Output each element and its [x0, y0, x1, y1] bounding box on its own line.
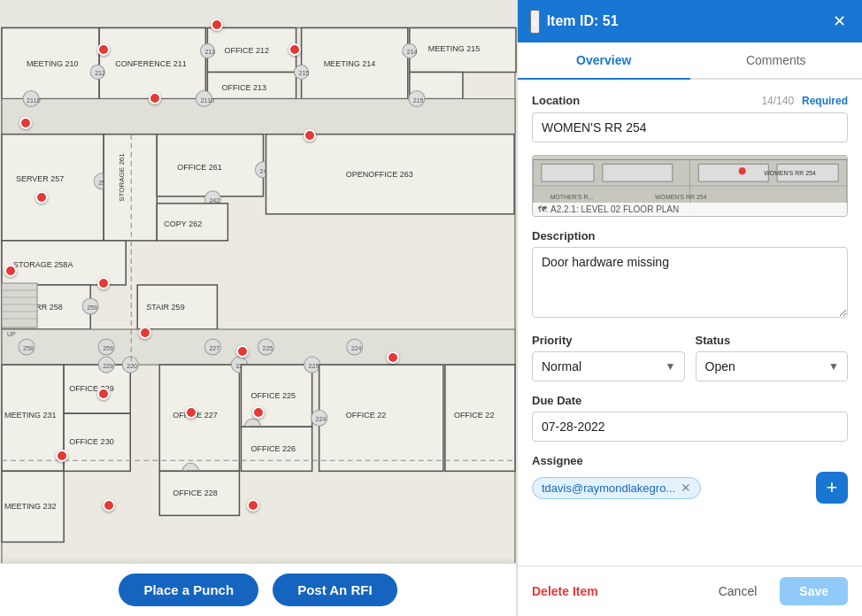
svg-text:2110: 2110 [27, 97, 41, 104]
svg-text:OFFICE 225: OFFICE 225 [250, 391, 296, 400]
punch-dot[interactable] [4, 265, 17, 277]
svg-text:OFFICE 226: OFFICE 226 [250, 444, 296, 453]
due-date-field: Due Date [532, 394, 848, 442]
punch-dot[interactable] [97, 277, 110, 289]
thumbnail-text: A2.2.1: LEVEL 02 FLOOR PLAN [550, 204, 679, 214]
svg-text:215: 215 [413, 97, 424, 104]
svg-text:212: 212 [95, 70, 105, 76]
floor-plan-svg: MEETING 210 CONFERENCE 211 OFFICE 212 OF… [0, 0, 517, 616]
priority-status-row: Priority Normal High Low Critical ▼ Stat… [532, 334, 848, 381]
location-required: Required [802, 95, 848, 107]
punch-dot[interactable] [97, 43, 110, 56]
punch-dot[interactable] [252, 406, 265, 419]
bottom-bar: Place a Punch Post An RFI [0, 563, 516, 616]
svg-text:258: 258 [23, 345, 34, 351]
assignee-row: tdavis@raymondlakegro... ✕ + [532, 472, 848, 504]
floor-plan-area: MEETING 210 CONFERENCE 211 OFFICE 212 OF… [0, 0, 517, 616]
location-field: Location 14/140 Required [532, 92, 848, 142]
floorplan-thumbnail[interactable]: WOMEN'S RR 254 MOTHER'S R... WOMEN'S RR … [532, 155, 848, 217]
svg-text:220: 220 [127, 363, 137, 369]
svg-text:242: 242 [209, 197, 219, 204]
punch-dot[interactable] [149, 92, 161, 104]
svg-text:MEETING 214: MEETING 214 [324, 59, 376, 68]
punch-dot[interactable] [103, 499, 115, 512]
back-button[interactable]: ‹ [530, 10, 540, 34]
punch-dot[interactable] [387, 351, 399, 364]
place-punch-button[interactable]: Place a Punch [119, 574, 258, 606]
footer-actions: Cancel Save [704, 577, 848, 605]
assignee-add-button[interactable]: + [816, 472, 848, 504]
panel-header: ‹ Item ID: 51 ✕ [518, 0, 862, 42]
svg-text:225: 225 [263, 345, 273, 351]
svg-text:WOMEN'S RR 254: WOMEN'S RR 254 [764, 170, 816, 176]
svg-text:214: 214 [407, 49, 418, 55]
svg-text:STAIR 259: STAIR 259 [146, 303, 184, 312]
svg-text:215: 215 [299, 70, 310, 76]
delete-button[interactable]: Delete Item [532, 584, 598, 598]
svg-text:OFFICE 261: OFFICE 261 [177, 163, 222, 172]
priority-label: Priority [532, 334, 573, 347]
close-button[interactable]: ✕ [829, 8, 850, 35]
svg-text:213: 213 [204, 49, 215, 55]
svg-text:UP: UP [7, 331, 16, 337]
svg-text:COPY 262: COPY 262 [164, 219, 202, 228]
svg-text:MOTHER'S R...: MOTHER'S R... [550, 194, 593, 200]
svg-text:OFFICE 230: OFFICE 230 [69, 437, 114, 446]
svg-text:2110: 2110 [200, 97, 214, 104]
svg-point-119 [739, 167, 746, 174]
description-input[interactable]: Door hardware missing [532, 247, 848, 318]
tab-comments[interactable]: Comments [690, 42, 863, 80]
punch-dot[interactable] [139, 327, 151, 339]
assignee-chip: tdavis@raymondlakegro... ✕ [532, 477, 701, 499]
status-label: Status [696, 334, 731, 347]
location-input[interactable] [532, 112, 848, 142]
punch-dot[interactable] [185, 406, 197, 419]
punch-dot[interactable] [97, 388, 110, 400]
panel-content: Location 14/140 Required WOMEN'S RR 254 [518, 80, 862, 566]
svg-rect-101 [2, 283, 37, 327]
svg-rect-115 [603, 164, 673, 181]
punch-dot[interactable] [56, 450, 68, 462]
punch-dot[interactable] [236, 345, 249, 358]
description-field: Description Door hardware missing [532, 229, 848, 321]
panel-title: Item ID: 51 [547, 13, 829, 29]
assignee-remove-button[interactable]: ✕ [681, 481, 691, 494]
svg-rect-36 [104, 135, 157, 241]
svg-text:224: 224 [351, 345, 362, 351]
location-meta: 14/140 [761, 95, 794, 107]
status-field: Status Open Closed In Progress Ready for… [696, 334, 849, 381]
punch-dot[interactable] [211, 19, 223, 31]
svg-text:229: 229 [103, 363, 113, 369]
cancel-button[interactable]: Cancel [704, 577, 772, 605]
svg-text:259: 259 [87, 304, 97, 311]
status-select[interactable]: Open Closed In Progress Ready for Review [696, 351, 849, 381]
svg-text:259: 259 [103, 345, 113, 351]
svg-rect-23 [2, 99, 515, 135]
svg-text:MEETING 232: MEETING 232 [4, 502, 57, 511]
svg-text:224: 224 [316, 416, 327, 422]
item-detail-panel: ‹ Item ID: 51 ✕ Overview Comments Locati… [517, 0, 862, 616]
due-date-input[interactable] [532, 412, 848, 442]
post-rfi-button[interactable]: Post An RFI [273, 574, 396, 606]
svg-text:OFFICE 22: OFFICE 22 [454, 411, 495, 420]
punch-dot[interactable] [247, 499, 259, 512]
punch-dot[interactable] [289, 43, 301, 56]
punch-dot[interactable] [19, 117, 32, 129]
priority-select[interactable]: Normal High Low Critical [532, 351, 685, 381]
punch-dot[interactable] [304, 129, 316, 142]
description-label: Description [532, 229, 596, 243]
svg-text:OFFICE 22: OFFICE 22 [346, 411, 387, 420]
priority-field: Priority Normal High Low Critical ▼ [532, 334, 685, 381]
svg-text:MEETING 215: MEETING 215 [428, 44, 481, 53]
svg-text:SERVER 257: SERVER 257 [16, 174, 64, 183]
svg-rect-114 [542, 164, 594, 181]
floor-plan-background: MEETING 210 CONFERENCE 211 OFFICE 212 OF… [0, 0, 517, 616]
save-button[interactable]: Save [780, 577, 848, 605]
priority-select-wrapper: Normal High Low Critical ▼ [532, 351, 685, 381]
tab-overview[interactable]: Overview [518, 42, 690, 80]
punch-dot[interactable] [35, 191, 48, 204]
svg-text:OPENOFFICE 263: OPENOFFICE 263 [346, 170, 413, 179]
svg-text:OFFICE 212: OFFICE 212 [224, 46, 269, 55]
due-date-label: Due Date [532, 394, 581, 407]
svg-text:STORAGE 258A: STORAGE 258A [13, 260, 73, 269]
